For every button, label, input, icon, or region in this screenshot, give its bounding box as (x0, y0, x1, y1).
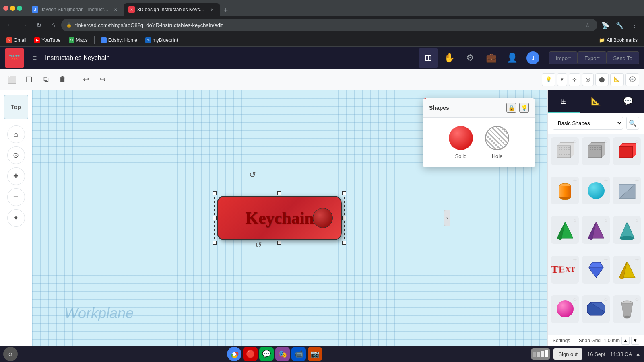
handle-middle-right[interactable] (342, 216, 346, 220)
all-bookmarks-button[interactable]: 📁 All Bookmarks (596, 37, 641, 44)
shape-star-box-red[interactable]: ☆ (635, 139, 639, 144)
copy-button[interactable]: ❑ (22, 72, 36, 87)
window-close-button[interactable] (3, 6, 8, 11)
shape-star-sphere-teal[interactable]: ☆ (604, 178, 608, 184)
shapes-popup-light-icon[interactable]: 💡 (519, 103, 529, 113)
shape-star-cone-teal[interactable]: ☆ (635, 218, 639, 223)
nav-reload-button[interactable]: ↻ (32, 19, 45, 31)
handle-top-right[interactable] (342, 191, 346, 195)
handle-top-left[interactable] (213, 191, 217, 195)
shape-thumb-text-red[interactable]: ☆ TEXT (551, 256, 579, 284)
shape-star-text-red[interactable]: ☆ (573, 257, 577, 263)
zoom-in-button[interactable]: + (7, 167, 25, 185)
snap-decrease-button[interactable]: ▼ (631, 337, 639, 345)
keychain-object[interactable]: Keychain (217, 196, 342, 240)
browser-tab-2[interactable]: 3 3D design Instructables Keych... ✕ (124, 3, 220, 16)
shape-star-box-striped2[interactable]: ☆ (604, 139, 608, 144)
view-cube[interactable]: Top (4, 95, 28, 119)
right-panel-collapse-button[interactable]: › (444, 210, 450, 226)
browser-tab-1[interactable]: J Jayden Surujmohan - Instructa... ✕ (27, 3, 124, 16)
zoom-extents-button[interactable]: ⊙ (7, 146, 25, 164)
window-maximize-button[interactable] (17, 6, 22, 11)
taskbar-circle-button[interactable]: ○ (3, 347, 18, 361)
tinkercad-logo[interactable]: TINKER CAD (5, 48, 24, 68)
delete-button[interactable]: 🗑 (56, 72, 70, 87)
align-button[interactable]: ⬤ (595, 73, 609, 86)
handle-bottom-middle[interactable] (277, 241, 281, 245)
redo-button[interactable]: ↪ (95, 72, 110, 87)
cast-button[interactable]: 📡 (599, 19, 612, 31)
import-button[interactable]: Import (549, 51, 578, 64)
tab-close-2[interactable]: ✕ (209, 6, 215, 13)
shapes-category-dropdown[interactable]: Basic Shapes (553, 117, 623, 130)
annotation-button[interactable]: 💬 (625, 73, 639, 86)
shape-thumb-wedge[interactable]: ☆ (613, 177, 641, 204)
suitcase-button[interactable]: 💼 (481, 48, 501, 68)
shape-star-blue-box[interactable]: ☆ (604, 297, 608, 302)
url-bookmark-button[interactable]: ☆ (583, 20, 592, 30)
paste-button[interactable]: ⧉ (39, 72, 53, 87)
shape-star-wedge[interactable]: ☆ (635, 178, 639, 184)
taskbar-chrome-button[interactable] (227, 347, 242, 361)
shape-thumb-pyramid-yellow[interactable]: ☆ (613, 256, 641, 284)
shape-star-pyramid-purple[interactable]: ☆ (604, 218, 608, 223)
bookmark-youtube[interactable]: ▶ YouTube (31, 35, 64, 45)
tab-close-1[interactable]: ✕ (112, 6, 119, 13)
extension-button[interactable]: 🔧 (613, 19, 626, 31)
send-to-button[interactable]: Send To (607, 51, 639, 64)
select-all-button[interactable]: ⬜ (5, 72, 19, 87)
handle-bottom-right[interactable] (342, 241, 346, 245)
nav-back-button[interactable]: ← (3, 19, 16, 31)
nav-forward-button[interactable]: → (18, 19, 31, 31)
handle-middle-left[interactable] (213, 216, 217, 220)
light-button[interactable]: 💡 (542, 73, 555, 86)
taskbar-app6-button[interactable]: 📷 (308, 347, 322, 361)
bookmark-myblueprint[interactable]: m myBlueprint (142, 35, 181, 45)
handle-top-middle[interactable] (277, 191, 281, 195)
measure-button[interactable]: 📐 (610, 73, 624, 86)
taskbar-app5-button[interactable]: 📹 (291, 347, 306, 361)
export-button[interactable]: Export (578, 51, 607, 64)
hamburger-menu-button[interactable]: ≡ (27, 51, 42, 65)
compass-button[interactable]: ✦ (7, 209, 25, 227)
shape-star-gem-blue[interactable]: ☆ (604, 257, 608, 263)
bookmark-gmail[interactable]: G Gmail (3, 35, 29, 45)
undo-button[interactable]: ↩ (78, 72, 93, 87)
shape-thumb-blue-box[interactable]: ☆ (582, 295, 610, 323)
shape-thumb-gem-blue[interactable]: ☆ (582, 256, 610, 284)
shape-star-cylinder-orange[interactable]: ☆ (573, 178, 577, 184)
zoom-out-button[interactable]: − (7, 188, 25, 206)
shape-star-pyramid-green[interactable]: ☆ (573, 218, 577, 223)
menu-button[interactable]: ⋮ (628, 19, 641, 31)
taskbar-app3-button[interactable]: 💬 (259, 347, 274, 361)
shape-star-box-striped[interactable]: ☆ (573, 139, 577, 144)
zoom-fit-button[interactable]: ◎ (582, 73, 594, 86)
panel-tab-comment[interactable]: 💬 (612, 90, 644, 113)
shapes-search-button[interactable]: 🔍 (626, 117, 639, 130)
sign-out-button[interactable]: Sign out (553, 348, 582, 360)
shape-thumb-sphere-teal[interactable]: ☆ (582, 177, 610, 204)
handle-bottom-left[interactable] (213, 241, 217, 245)
shape-selector-button[interactable]: ⊹ (569, 73, 580, 86)
bookmark-edsby[interactable]: E Edsby: Home (98, 35, 140, 45)
canvas-area[interactable]: Workplane Keychain (32, 90, 547, 346)
shape-thumb-cylinder-orange[interactable]: ☆ (551, 177, 579, 204)
shape-thumb-pyramid-green[interactable]: ☆ (551, 216, 579, 244)
shape-hole-option[interactable]: Hole (485, 126, 509, 159)
shape-thumb-magenta-sphere[interactable]: ☆ (551, 295, 579, 323)
window-minimize-button[interactable] (10, 6, 15, 11)
activity-button[interactable]: ✋ (440, 48, 459, 68)
shape-star-pyramid-yellow[interactable]: ☆ (635, 257, 639, 263)
user-button[interactable]: 👤 (502, 48, 522, 68)
shape-thumb-box-striped2[interactable]: ☆ (582, 137, 610, 165)
taskbar-app4-button[interactable]: 🎭 (275, 347, 290, 361)
view-grid-button[interactable]: ⊞ (419, 48, 438, 68)
shapes-popup-lock-icon[interactable]: 🔒 (506, 103, 516, 113)
home-view-button[interactable]: ⌂ (7, 125, 25, 143)
shape-thumb-gray-cone[interactable]: ☆ (613, 295, 641, 323)
shape-thumb-box-striped[interactable]: ☆ (551, 137, 579, 165)
shape-thumb-cone-teal[interactable]: ☆ (613, 216, 641, 244)
shape-star-gray-cone[interactable]: ☆ (635, 297, 639, 302)
panel-tab-ruler[interactable]: 📐 (580, 90, 612, 113)
avatar-button[interactable]: J (523, 48, 543, 68)
